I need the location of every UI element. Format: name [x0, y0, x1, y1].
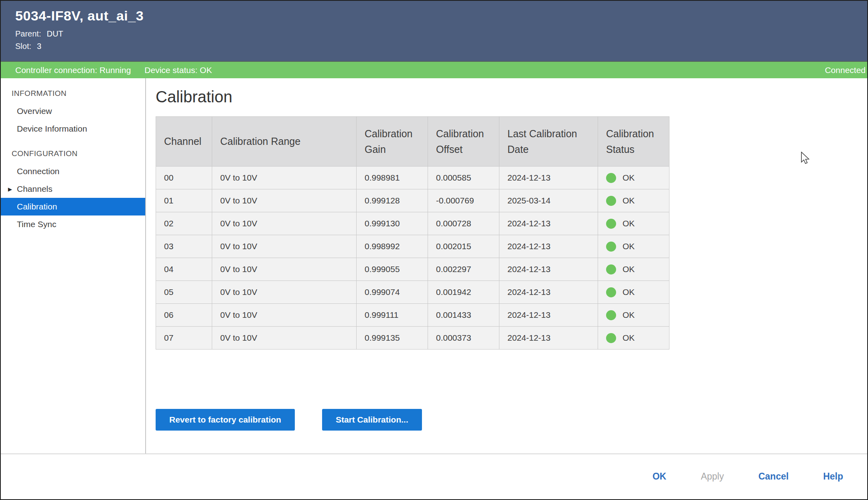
- offset-cell: 0.002015: [428, 235, 499, 258]
- apply-button: Apply: [701, 471, 724, 482]
- device-status: Device status: OK: [144, 65, 212, 75]
- date-cell: 2024-12-13: [499, 258, 598, 281]
- channel-cell: 01: [156, 189, 212, 212]
- parent-value: DUT: [47, 29, 63, 39]
- status-cell: OK: [598, 258, 669, 281]
- sidebar-item-label: Calibration: [17, 202, 57, 211]
- sidebar: INFORMATIONOverviewDevice InformationCON…: [1, 78, 146, 453]
- channel-cell: 07: [156, 327, 212, 350]
- connection-state-badge: Connected: [825, 65, 866, 75]
- range-cell: 0V to 10V: [212, 235, 357, 258]
- slot-row: Slot: 3: [15, 42, 867, 51]
- date-cell: 2024-12-13: [499, 235, 598, 258]
- cancel-button[interactable]: Cancel: [758, 471, 789, 482]
- help-button[interactable]: Help: [823, 471, 843, 482]
- date-cell: 2024-12-13: [499, 281, 598, 304]
- gain-cell: 0.999135: [357, 327, 428, 350]
- status-label: OK: [623, 287, 635, 297]
- parent-label: Parent:: [15, 29, 41, 39]
- sidebar-section-title: CONFIGURATION: [1, 145, 145, 163]
- offset-cell: 0.000728: [428, 212, 499, 235]
- sidebar-item-label: Channels: [17, 184, 53, 194]
- offset-cell: 0.000373: [428, 327, 499, 350]
- main-content: Calibration ChannelCalibration RangeCali…: [146, 78, 867, 453]
- table-row: 040V to 10V0.9990550.0022972024-12-13OK: [156, 258, 669, 281]
- table-row: 000V to 10V0.9989810.0005852024-12-13OK: [156, 167, 669, 189]
- sidebar-item-overview[interactable]: Overview: [1, 102, 145, 120]
- revert-factory-calibration-button[interactable]: Revert to factory calibration: [156, 409, 295, 431]
- offset-cell: 0.000585: [428, 167, 499, 189]
- channel-cell: 02: [156, 212, 212, 235]
- table-row: 020V to 10V0.9991300.0007282024-12-13OK: [156, 212, 669, 235]
- range-cell: 0V to 10V: [212, 327, 357, 350]
- status-ok-dot-icon: [606, 219, 616, 229]
- start-calibration-button[interactable]: Start Calibration...: [322, 409, 422, 431]
- column-header: Calibration Gain: [357, 117, 428, 167]
- sidebar-item-time-sync[interactable]: Time Sync: [1, 215, 145, 233]
- status-label: OK: [623, 310, 635, 320]
- sidebar-item-label: Time Sync: [17, 220, 56, 229]
- titlebar: 5034-IF8V, aut_ai_3 Parent: DUT Slot: 3: [1, 1, 867, 61]
- status-label: OK: [623, 219, 635, 228]
- status-ok-dot-icon: [606, 242, 616, 252]
- table-row: 010V to 10V0.999128-0.0007692025-03-14OK: [156, 189, 669, 212]
- table-row: 060V to 10V0.9991110.0014332024-12-13OK: [156, 304, 669, 327]
- table-row: 030V to 10V0.9989920.0020152024-12-13OK: [156, 235, 669, 258]
- sidebar-item-label: Device Information: [17, 124, 87, 134]
- range-cell: 0V to 10V: [212, 304, 357, 327]
- status-label: OK: [623, 196, 635, 205]
- channel-cell: 00: [156, 167, 212, 189]
- range-cell: 0V to 10V: [212, 258, 357, 281]
- status-cell: OK: [598, 167, 669, 189]
- slot-value: 3: [37, 42, 41, 51]
- sidebar-item-device-information[interactable]: Device Information: [1, 120, 145, 138]
- status-cell: OK: [598, 212, 669, 235]
- range-cell: 0V to 10V: [212, 189, 357, 212]
- channel-cell: 05: [156, 281, 212, 304]
- offset-cell: 0.001942: [428, 281, 499, 304]
- parent-row: Parent: DUT: [15, 29, 867, 39]
- sidebar-item-channels[interactable]: ▶Channels: [1, 180, 145, 198]
- sidebar-item-calibration[interactable]: Calibration: [1, 198, 145, 215]
- table-row: 070V to 10V0.9991350.0003732024-12-13OK: [156, 327, 669, 350]
- controller-connection-status: Controller connection: Running: [15, 65, 131, 75]
- status-ok-dot-icon: [606, 196, 616, 206]
- gain-cell: 0.999128: [357, 189, 428, 212]
- column-header: Channel: [156, 117, 212, 167]
- status-label: OK: [623, 264, 635, 274]
- column-header: Calibration Range: [212, 117, 357, 167]
- range-cell: 0V to 10V: [212, 281, 357, 304]
- status-label: OK: [623, 173, 635, 183]
- gain-cell: 0.999074: [357, 281, 428, 304]
- date-cell: 2024-12-13: [499, 212, 598, 235]
- table-row: 050V to 10V0.9990740.0019422024-12-13OK: [156, 281, 669, 304]
- table-header-row: ChannelCalibration RangeCalibration Gain…: [156, 117, 669, 167]
- sidebar-item-connection[interactable]: Connection: [1, 163, 145, 180]
- gain-cell: 0.998981: [357, 167, 428, 189]
- sidebar-item-label: Connection: [17, 167, 59, 176]
- date-cell: 2024-12-13: [499, 304, 598, 327]
- gain-cell: 0.999111: [357, 304, 428, 327]
- sidebar-section-title: INFORMATION: [1, 85, 145, 102]
- calibration-table: ChannelCalibration RangeCalibration Gain…: [156, 116, 669, 350]
- offset-cell: -0.000769: [428, 189, 499, 212]
- range-cell: 0V to 10V: [212, 167, 357, 189]
- status-label: OK: [623, 242, 635, 251]
- page-title: Calibration: [156, 88, 867, 106]
- status-bar: Controller connection: Running Device st…: [1, 61, 867, 78]
- status-ok-dot-icon: [606, 264, 616, 274]
- action-button-row: Revert to factory calibrationStart Calib…: [156, 409, 867, 431]
- range-cell: 0V to 10V: [212, 212, 357, 235]
- sidebar-item-label: Overview: [17, 106, 52, 116]
- ok-button[interactable]: OK: [653, 471, 667, 482]
- date-cell: 2024-12-13: [499, 327, 598, 350]
- gain-cell: 0.999055: [357, 258, 428, 281]
- status-cell: OK: [598, 235, 669, 258]
- status-label: OK: [623, 333, 635, 343]
- status-ok-dot-icon: [606, 287, 616, 297]
- status-cell: OK: [598, 327, 669, 350]
- channel-cell: 06: [156, 304, 212, 327]
- expand-arrow-icon[interactable]: ▶: [8, 186, 12, 192]
- column-header: Last Calibration Date: [499, 117, 598, 167]
- status-ok-dot-icon: [606, 310, 616, 320]
